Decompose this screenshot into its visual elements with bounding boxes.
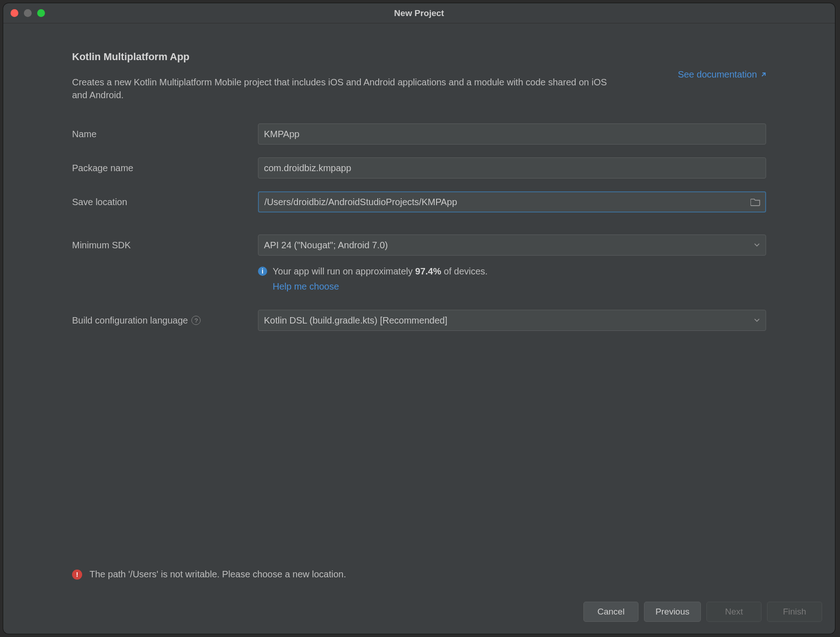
new-project-window: New Project Kotlin Multiplatform App Cre… bbox=[3, 3, 835, 634]
button-row: Cancel Previous Next Finish bbox=[583, 602, 822, 622]
build-config-language-label: Build configuration language ? bbox=[72, 315, 258, 326]
save-location-input[interactable] bbox=[258, 191, 766, 212]
see-documentation-link[interactable]: See documentation bbox=[678, 69, 766, 80]
browse-folder-icon[interactable] bbox=[750, 198, 761, 206]
finish-button: Finish bbox=[767, 602, 822, 622]
info-icon: i bbox=[258, 267, 267, 276]
project-type-description: Creates a new Kotlin Multiplatform Mobil… bbox=[72, 76, 623, 101]
minimum-sdk-select[interactable]: API 24 ("Nougat"; Android 7.0) bbox=[258, 235, 766, 256]
package-name-label: Package name bbox=[72, 163, 258, 173]
titlebar: New Project bbox=[3, 3, 835, 23]
device-coverage-text: Your app will run on approximately 97.4%… bbox=[273, 265, 487, 293]
build-config-language-value: Kotlin DSL (build.gradle.kts) [Recommend… bbox=[264, 315, 447, 326]
see-documentation-label: See documentation bbox=[678, 69, 757, 80]
build-config-language-select[interactable]: Kotlin DSL (build.gradle.kts) [Recommend… bbox=[258, 310, 766, 331]
error-message-row: ! The path '/Users' is not writable. Ple… bbox=[72, 569, 766, 580]
external-link-icon bbox=[761, 69, 766, 80]
help-me-choose-link[interactable]: Help me choose bbox=[273, 280, 339, 293]
content-area: Kotlin Multiplatform App Creates a new K… bbox=[3, 23, 835, 634]
project-type-title: Kotlin Multiplatform App bbox=[72, 51, 623, 63]
minimum-sdk-value: API 24 ("Nougat"; Android 7.0) bbox=[264, 240, 388, 251]
name-input[interactable] bbox=[258, 123, 766, 145]
error-text: The path '/Users' is not writable. Pleas… bbox=[90, 569, 346, 580]
next-button: Next bbox=[706, 602, 762, 622]
previous-button[interactable]: Previous bbox=[644, 602, 701, 622]
help-icon[interactable]: ? bbox=[191, 316, 201, 325]
window-title: New Project bbox=[3, 8, 835, 18]
name-label: Name bbox=[72, 129, 258, 140]
error-icon: ! bbox=[72, 570, 82, 580]
save-location-label: Save location bbox=[72, 197, 258, 207]
minimum-sdk-label: Minimum SDK bbox=[72, 240, 258, 251]
cancel-button[interactable]: Cancel bbox=[583, 602, 638, 622]
package-name-input[interactable] bbox=[258, 157, 766, 179]
